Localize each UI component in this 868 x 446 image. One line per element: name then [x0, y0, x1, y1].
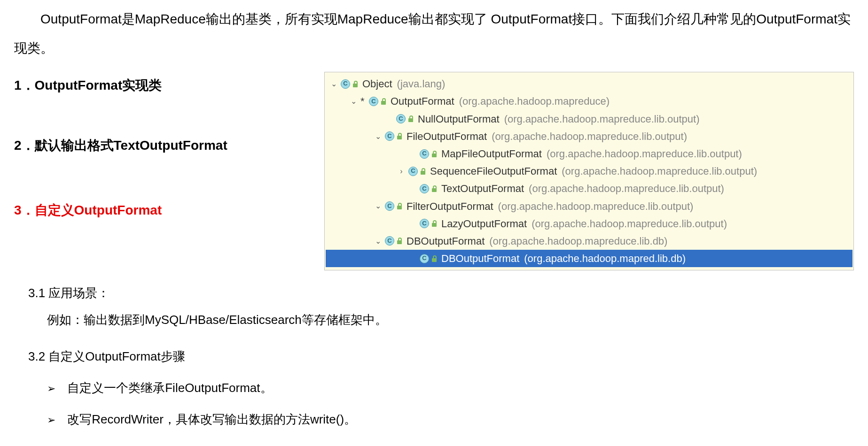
lock-icon	[431, 255, 438, 262]
package-label: (org.apache.hadoop.mapreduce)	[459, 93, 610, 109]
lock-icon	[380, 98, 387, 105]
class-icon: C	[420, 219, 429, 228]
package-label: (org.apache.hadoop.mapreduce.lib.output)	[492, 128, 687, 145]
class-hierarchy-tree: ⌄ C Object (java.lang) ⌄ * C OutputForma…	[324, 72, 854, 270]
class-name: Object	[362, 76, 392, 92]
chevron-down-icon[interactable]: ⌄	[348, 95, 359, 108]
subsection-3-1: 3.1 应用场景：	[28, 280, 854, 307]
lock-icon	[352, 81, 359, 87]
lock-icon	[396, 133, 403, 139]
tree-node-lazyoutputformat[interactable]: C LazyOutputFormat (org.apache.hadoop.ma…	[326, 215, 852, 232]
lock-icon	[396, 203, 403, 209]
class-icon: C	[385, 131, 394, 141]
lock-icon	[407, 115, 414, 122]
bullet-arrow-icon: ➢	[47, 414, 55, 426]
package-label: (org.apache.hadoop.mapreduce.lib.db)	[489, 233, 667, 249]
class-icon: C	[396, 114, 406, 123]
tree-node-filteroutputformat[interactable]: ⌄ C FilterOutputFormat (org.apache.hadoo…	[326, 198, 852, 215]
class-name: FilterOutputFormat	[407, 198, 493, 215]
class-name: OutputFormat	[391, 93, 454, 109]
package-label: (org.apache.hadoop.mapred.lib.db)	[524, 250, 686, 267]
class-name: DBOutputFormat	[407, 233, 485, 249]
lock-icon	[431, 151, 438, 157]
class-name: LazyOutputFormat	[441, 215, 527, 232]
bullet-arrow-icon: ➢	[47, 383, 55, 394]
package-label: (java.lang)	[397, 76, 446, 92]
intro-paragraph: OutputFormat是MapReduce输出的基类，所有实现MapReduc…	[14, 5, 854, 62]
class-name: SequenceFileOutputFormat	[430, 163, 557, 179]
tree-node-dboutputformat-mapred[interactable]: C DBOutputFormat (org.apache.hadoop.mapr…	[326, 250, 852, 267]
heading-3: 3．自定义OutputFormat	[14, 201, 315, 219]
lock-icon	[431, 220, 438, 227]
tree-node-fileoutputformat[interactable]: ⌄ C FileOutputFormat (org.apache.hadoop.…	[326, 128, 852, 145]
bullet-text: 自定义一个类继承FileOutputFormat。	[67, 381, 272, 395]
package-label: (org.apache.hadoop.mapreduce.lib.output)	[547, 146, 742, 162]
content-wrapper: 1．OutputFormat实现类 2．默认输出格式TextOutputForm…	[14, 72, 854, 270]
class-icon: C	[420, 149, 429, 159]
bullet-text: 改写RecordWriter，具体改写输出数据的方法write()。	[67, 412, 356, 426]
class-icon: C	[341, 79, 350, 89]
left-column: 1．OutputFormat实现类 2．默认输出格式TextOutputForm…	[14, 72, 315, 233]
chevron-down-icon[interactable]: ⌄	[328, 78, 339, 90]
class-icon: C	[420, 184, 429, 193]
class-icon: C	[420, 254, 429, 263]
tree-node-mapfileoutputformat[interactable]: C MapFileOutputFormat (org.apache.hadoop…	[326, 145, 852, 162]
tree-node-dboutputformat-mapreduce[interactable]: ⌄ C DBOutputFormat (org.apache.hadoop.ma…	[326, 232, 852, 250]
class-name: MapFileOutputFormat	[441, 146, 542, 162]
package-label: (org.apache.hadoop.mapreduce.lib.output)	[504, 111, 700, 127]
class-icon: C	[385, 201, 394, 211]
package-label: (org.apache.hadoop.mapreduce.lib.output)	[562, 163, 757, 179]
lock-icon	[420, 168, 426, 175]
class-icon: C	[408, 167, 418, 176]
class-name: TextOutputFormat	[441, 180, 524, 197]
bullet-item-1: ➢ 自定义一个类继承FileOutputFormat。	[47, 375, 854, 401]
class-name: NullOutputFormat	[418, 111, 500, 127]
subsection-3-2: 3.2 自定义OutputFormat步骤	[28, 343, 854, 370]
tree-node-sequencefileoutputformat[interactable]: › C SequenceFileOutputFormat (org.apache…	[326, 162, 852, 180]
class-name: FileOutputFormat	[407, 128, 487, 145]
package-label: (org.apache.hadoop.mapreduce.lib.output)	[532, 215, 727, 232]
tree-node-object[interactable]: ⌄ C Object (java.lang)	[326, 75, 852, 92]
package-label: (org.apache.hadoop.mapreduce.lib.output)	[498, 198, 694, 215]
heading-1: 1．OutputFormat实现类	[14, 77, 315, 94]
class-icon: C	[385, 236, 394, 246]
heading-2: 2．默认输出格式TextOutputFormat	[14, 137, 315, 154]
tree-node-outputformat[interactable]: ⌄ * C OutputFormat (org.apache.hadoop.ma…	[326, 92, 852, 110]
chevron-right-icon[interactable]: ›	[396, 165, 407, 177]
tree-node-nulloutputformat[interactable]: C NullOutputFormat (org.apache.hadoop.ma…	[326, 110, 852, 128]
package-label: (org.apache.hadoop.mapreduce.lib.output)	[529, 180, 724, 197]
class-icon: C	[369, 97, 378, 106]
chevron-down-icon[interactable]: ⌄	[373, 131, 383, 143]
chevron-down-icon[interactable]: ⌄	[373, 200, 383, 212]
class-name: DBOutputFormat	[441, 250, 519, 267]
tree-node-textoutputformat[interactable]: C TextOutputFormat (org.apache.hadoop.ma…	[326, 180, 852, 197]
lock-icon	[431, 185, 438, 192]
chevron-down-icon[interactable]: ⌄	[373, 235, 383, 247]
lock-icon	[396, 238, 403, 244]
star-icon: *	[360, 93, 367, 109]
subsection-3-1-text: 例如：输出数据到MySQL/HBase/Elasticsearch等存储框架中。	[47, 307, 854, 333]
bullet-item-2: ➢ 改写RecordWriter，具体改写输出数据的方法write()。	[47, 406, 854, 433]
